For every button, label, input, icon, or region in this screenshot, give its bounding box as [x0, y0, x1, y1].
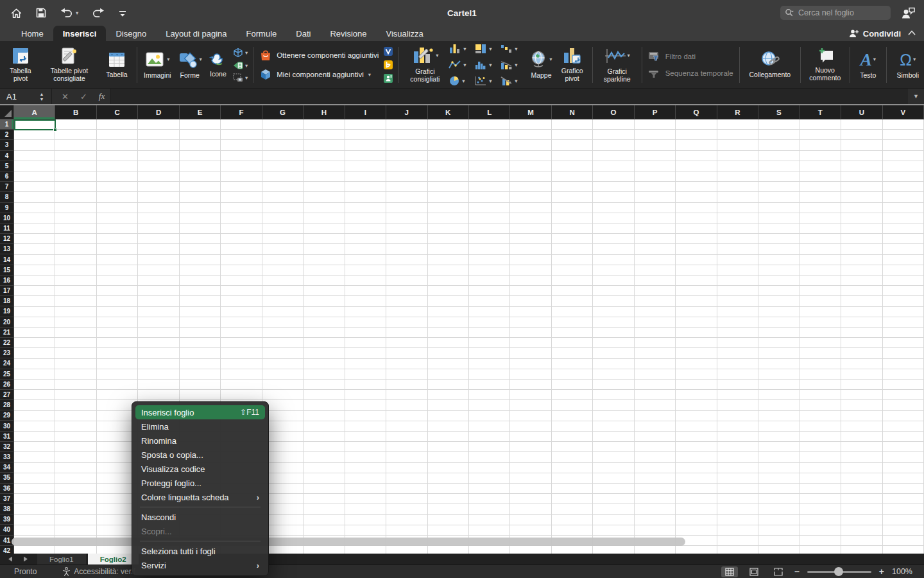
select-all-corner[interactable] — [0, 105, 14, 119]
row-header[interactable]: 18 — [0, 296, 14, 306]
row-header[interactable]: 3 — [0, 140, 14, 150]
row-header[interactable]: 6 — [0, 171, 14, 182]
name-box[interactable]: A1 — [0, 92, 36, 101]
menu-item-nascondi[interactable]: Nascondi — [132, 510, 268, 524]
row-header[interactable]: 36 — [0, 484, 14, 494]
combo-chart-button[interactable]: ▾ — [500, 60, 526, 70]
timeline-button[interactable]: Sequenza temporale — [648, 68, 733, 78]
my-addins-button[interactable]: Miei componenti aggiuntivi ▾ — [259, 68, 379, 81]
menu-item-sposta-o-copia[interactable]: Sposta o copia... — [132, 448, 268, 462]
ribbon-tab-disegno[interactable]: Disegno — [106, 26, 156, 41]
row-header[interactable]: 4 — [0, 151, 14, 161]
row-header[interactable]: 38 — [0, 504, 14, 514]
row-header[interactable]: 35 — [0, 473, 14, 483]
row-header[interactable]: 30 — [0, 421, 14, 431]
row-header[interactable]: 5 — [0, 161, 14, 171]
home-icon[interactable] — [10, 7, 22, 19]
zoom-out-icon[interactable]: − — [794, 566, 800, 577]
sheet-next-icon[interactable] — [23, 556, 28, 562]
fill-handle[interactable] — [53, 128, 57, 132]
normal-view-button[interactable] — [721, 566, 738, 577]
column-header[interactable]: H — [304, 105, 345, 119]
column-header[interactable]: P — [635, 105, 676, 119]
menu-item-inserisci-foglio[interactable]: Inserisci foglio⇧F11 — [135, 405, 265, 419]
name-box-stepper[interactable]: ▲▼ — [36, 92, 47, 101]
row-header[interactable]: 28 — [0, 400, 14, 410]
menu-item-colore-linguetta-scheda[interactable]: Colore linguetta scheda› — [132, 490, 268, 504]
row-header[interactable]: 27 — [0, 390, 14, 400]
ribbon-tab-formule[interactable]: Formule — [237, 26, 287, 41]
row-header[interactable]: 26 — [0, 380, 14, 390]
row-header[interactable]: 16 — [0, 276, 14, 286]
row-header[interactable]: 10 — [0, 213, 14, 223]
column-header[interactable]: J — [386, 105, 427, 119]
menu-item-seleziona-tutti-i-fogli[interactable]: Seleziona tutti i fogli — [132, 544, 268, 558]
row-header[interactable]: 24 — [0, 358, 14, 369]
formula-expand-icon[interactable]: ▼ — [908, 93, 924, 100]
row-header[interactable]: 39 — [0, 514, 14, 525]
zoom-in-icon[interactable]: + — [879, 566, 884, 577]
column-header[interactable]: S — [758, 105, 800, 119]
redo-icon[interactable] — [91, 7, 105, 19]
column-header[interactable]: B — [55, 105, 96, 119]
pictures-button[interactable]: ▾ Immagini — [141, 48, 175, 82]
share-button[interactable]: Condividi — [848, 26, 901, 41]
ribbon-tab-visualizza[interactable]: Visualizza — [376, 26, 432, 41]
column-header[interactable]: D — [138, 105, 179, 119]
row-header[interactable]: 7 — [0, 182, 14, 192]
save-icon[interactable] — [35, 7, 47, 19]
row-header[interactable]: 40 — [0, 525, 14, 535]
row-header[interactable]: 1 — [0, 119, 14, 130]
3d-chart-button[interactable]: ▾ — [500, 76, 526, 86]
column-header[interactable]: U — [841, 105, 882, 119]
column-header[interactable]: K — [428, 105, 469, 119]
sheet-tab-foglio2[interactable]: Foglio2 — [88, 554, 139, 565]
column-header[interactable]: Q — [676, 105, 717, 119]
link-button[interactable]: Collegamento — [743, 48, 797, 81]
undo-icon[interactable]: ▾ — [60, 7, 78, 19]
enter-icon[interactable]: ✓ — [74, 92, 93, 101]
search-input[interactable] — [797, 8, 886, 18]
row-header[interactable]: 13 — [0, 244, 14, 254]
column-header[interactable]: N — [552, 105, 593, 119]
pivot-table-button[interactable]: Tabella pivot — [3, 44, 38, 85]
search-box[interactable] — [780, 6, 891, 20]
bing-addin-button[interactable] — [383, 60, 393, 70]
contact-chat-icon[interactable] — [901, 6, 916, 20]
row-header[interactable]: 32 — [0, 442, 14, 452]
column-header[interactable]: M — [510, 105, 551, 119]
menu-item-scopri[interactable]: Scopri... — [132, 524, 268, 538]
ribbon-tab-dati[interactable]: Dati — [286, 26, 320, 41]
line-chart-button[interactable]: ▾ — [449, 60, 474, 70]
column-header[interactable]: E — [180, 105, 221, 119]
menu-item-proteggi-foglio[interactable]: Proteggi foglio... — [132, 476, 268, 490]
new-comment-button[interactable]: Nuovo commento — [804, 45, 846, 84]
column-chart-button[interactable]: ▾ — [449, 44, 474, 54]
sheet-tab-foglio1[interactable]: Foglio1 — [37, 554, 86, 565]
row-header[interactable]: 12 — [0, 234, 14, 244]
visio-addin-button[interactable] — [383, 46, 393, 57]
row-header[interactable]: 15 — [0, 265, 14, 276]
histogram-chart-button[interactable]: ▾ — [474, 60, 500, 70]
zoom-slider-knob[interactable] — [834, 567, 843, 576]
pivot-chart-button[interactable]: Grafico pivot — [556, 44, 589, 85]
text-button[interactable]: A▾ Testo — [853, 48, 883, 82]
people-graph-addin-button[interactable] — [383, 73, 393, 83]
sheet-prev-icon[interactable] — [8, 556, 13, 562]
column-header[interactable]: V — [883, 105, 924, 119]
pie-chart-button[interactable]: ▾ — [449, 76, 474, 86]
row-header[interactable]: 31 — [0, 432, 14, 442]
sparklines-button[interactable]: ▾ Grafici sparkline — [596, 44, 638, 85]
column-header[interactable]: R — [717, 105, 758, 119]
row-header[interactable]: 2 — [0, 130, 14, 140]
insert-function-button[interactable]: fx — [93, 91, 110, 101]
accessibility-status[interactable]: Accessibilità: verif — [62, 567, 135, 576]
symbols-button[interactable]: Ω▾ Simboli — [890, 48, 924, 82]
recommended-charts-button[interactable]: ▾ Grafici consigliati — [402, 44, 447, 85]
column-header[interactable]: C — [97, 105, 138, 119]
column-header[interactable]: L — [469, 105, 510, 119]
3d-models-button[interactable]: ▾ — [233, 48, 248, 58]
scatter-chart-button[interactable]: ▾ — [474, 76, 500, 86]
formula-input[interactable] — [110, 89, 908, 104]
ribbon-tab-home[interactable]: Home — [12, 26, 53, 41]
